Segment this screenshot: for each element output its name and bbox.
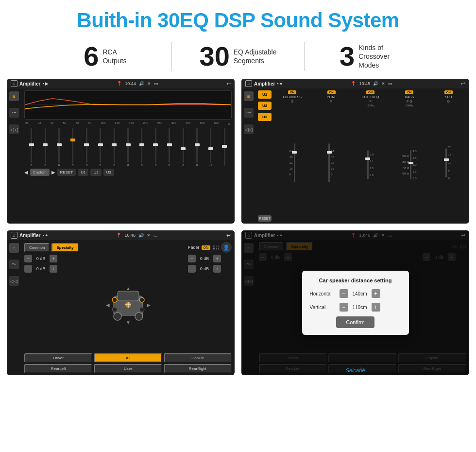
rearright-btn[interactable]: RearRight [164, 364, 232, 373]
cutfreq-label: CUT FREQ [362, 95, 379, 99]
svg-point-9 [139, 297, 144, 302]
db-plus-1[interactable]: + [50, 255, 57, 262]
reset-btn-1[interactable]: RESET [57, 169, 76, 176]
eq-icon-3[interactable]: ≡ [9, 243, 19, 253]
db-plus-2[interactable]: + [50, 265, 57, 273]
home-icon-2[interactable] [245, 80, 252, 87]
back-icon-2[interactable]: ↩ [461, 81, 465, 87]
svg-text:◀: ◀ [106, 302, 110, 308]
eq-slider-12[interactable]: -1 [177, 128, 189, 167]
eq-icon[interactable]: ≡ [9, 91, 19, 101]
eq-slider-1[interactable]: 0 [25, 128, 37, 167]
bass-on[interactable]: ON [405, 90, 413, 94]
eq-slider-3[interactable]: 0 [53, 128, 65, 167]
vertical-minus[interactable]: − [340, 303, 348, 312]
window-icon-3: ▭ [153, 233, 158, 238]
loudness-slider[interactable]: 644832160 [289, 104, 295, 222]
speaker-icon-3[interactable]: ◁◁ [9, 276, 19, 286]
wave-icon-3[interactable]: 〜 [9, 260, 19, 269]
back-icon-1[interactable]: ↩ [226, 81, 231, 87]
all-btn[interactable]: All [94, 353, 162, 363]
back-icon-3[interactable]: ↩ [226, 232, 231, 239]
horizontal-plus[interactable]: + [372, 289, 380, 298]
sub-slider[interactable]: 20151050 [445, 104, 451, 222]
eq-slider-2[interactable]: 0 [39, 128, 51, 167]
svg-point-11 [139, 307, 144, 312]
eq-slider-6[interactable]: 0 [94, 128, 106, 167]
eq-slider-5[interactable]: 0 [81, 128, 93, 167]
time-1: 10:44 [125, 81, 136, 86]
cutfreq-on[interactable]: ON [366, 90, 374, 94]
copilot-btn[interactable]: Copilot [164, 353, 232, 363]
eq-slider-8[interactable]: 0 [122, 128, 134, 167]
db-row-1: − 0 dB + [24, 255, 68, 262]
next-icon[interactable]: ▶ [51, 170, 55, 175]
app-title-3: Amplifier [19, 233, 40, 238]
record-icon-1: ▪ ▶ [42, 81, 49, 86]
reset-btn-2[interactable]: RESET [258, 215, 272, 222]
svg-rect-5 [118, 291, 139, 301]
app-title-2: Amplifier [254, 81, 275, 87]
tab-specialty-3[interactable]: Specialty [51, 243, 78, 252]
status-left-2: Amplifier ▪ ● [245, 80, 282, 87]
speaker-icon-2[interactable]: ◁◁ [244, 124, 254, 134]
status-left-1: Amplifier ▪ ▶ [11, 80, 49, 87]
bass-slider[interactable]: 90Hz80Hz70Hz60Hz 3.02.52.01.51.0 [402, 108, 416, 222]
u1-btn-1[interactable]: U1 [78, 169, 88, 176]
db-val-4: 0 dB [198, 266, 211, 271]
wave-icon-2[interactable]: 〜 [244, 108, 254, 118]
custom-btn[interactable]: Custom [30, 169, 50, 176]
user-btn[interactable]: User [94, 364, 162, 373]
db-minus-4[interactable]: − [188, 265, 196, 273]
tab-common-3[interactable]: Common [24, 243, 50, 252]
svg-text:▶: ▶ [147, 302, 151, 308]
status-center-1: 📍 10:44 🔊 ✕ ▭ [117, 81, 158, 86]
u2-btn-1[interactable]: U2 [90, 169, 101, 176]
phat-on[interactable]: ON [327, 90, 336, 94]
rearleft-btn[interactable]: RearLeft [24, 364, 92, 373]
prev-icon[interactable]: ◀ [24, 170, 28, 175]
u2-btn-2[interactable]: U2 [258, 102, 272, 110]
eq-icon-2[interactable]: ≡ [244, 91, 254, 101]
eq-slider-11[interactable]: 0 [163, 128, 175, 167]
loudness-on[interactable]: ON [288, 90, 296, 94]
cutfreq-slider[interactable]: 3.02.11.30.5 [367, 108, 374, 222]
eq-slider-10[interactable]: 0 [150, 128, 162, 167]
eq-slider-9[interactable]: 0 [136, 128, 148, 167]
u1-btn-2[interactable]: U1 [258, 90, 272, 99]
settings-icon[interactable]: 👤 [221, 242, 232, 253]
speaker-icon[interactable]: ◁◁ [9, 124, 19, 134]
db-minus-2[interactable]: − [24, 265, 32, 273]
sub-on[interactable]: ON [444, 90, 453, 94]
time-3: 10:46 [124, 233, 136, 238]
eq-slider-14[interactable]: -1 [204, 128, 217, 167]
status-left-3: Amplifier ▪ ● [11, 232, 48, 239]
window-icon-1: ▭ [154, 81, 158, 86]
stat-eq: 30 EQ AdjustableSegments [172, 43, 305, 70]
fader-main: Common Specialty Fader ON ⣿⣿ 👤 − 0 dB + [21, 240, 235, 375]
eq-slider-13[interactable]: 0 [191, 128, 203, 167]
db-minus-3[interactable]: − [188, 255, 196, 262]
home-icon-3[interactable] [11, 232, 17, 239]
channel-phat: ON PHAT F 644832160 [312, 90, 350, 222]
eq-graph [24, 90, 232, 120]
vertical-plus[interactable]: + [372, 303, 380, 312]
amp-main: U1 U2 U3 RESET ON LOUDNESS G 644832160 [256, 88, 469, 224]
driver-btn[interactable]: Driver [24, 353, 92, 363]
db-plus-4[interactable]: + [213, 265, 221, 273]
eq-slider-4[interactable]: 5 [67, 128, 79, 167]
eq-slider-15[interactable] [219, 128, 231, 167]
eq-slider-7[interactable]: 0 [108, 128, 120, 167]
u3-btn-2[interactable]: U3 [258, 113, 272, 121]
confirm-button[interactable]: Confirm [336, 316, 374, 328]
horizontal-minus[interactable]: − [340, 289, 348, 298]
horizontal-label: Horizontal [310, 291, 337, 296]
u3-btn-1[interactable]: U3 [103, 169, 114, 176]
wave-icon[interactable]: 〜 [9, 108, 19, 118]
phat-label: PHAT [327, 95, 336, 99]
db-minus-1[interactable]: − [24, 255, 32, 262]
home-icon-1[interactable] [11, 80, 17, 87]
phat-slider[interactable]: 644832160 [328, 104, 334, 222]
db-plus-3[interactable]: + [213, 255, 221, 262]
fader-side-icons: ≡ 〜 ◁◁ [7, 240, 21, 375]
